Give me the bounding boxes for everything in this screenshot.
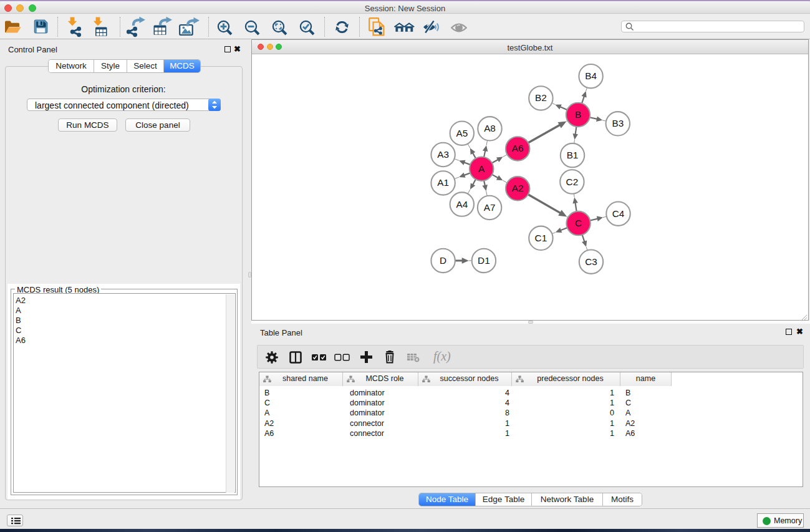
svg-text:C1: C1: [535, 233, 547, 243]
svg-text:A2: A2: [512, 183, 524, 193]
svg-text:C4: C4: [612, 208, 625, 219]
svg-text:A3: A3: [437, 149, 449, 160]
svg-text:B4: B4: [585, 70, 597, 81]
svg-text:C: C: [575, 218, 582, 228]
svg-text:D: D: [440, 255, 446, 266]
svg-text:A7: A7: [484, 202, 496, 213]
svg-text:B3: B3: [612, 118, 624, 128]
svg-text:A6: A6: [512, 143, 524, 153]
svg-text:A8: A8: [484, 123, 496, 133]
svg-text:B: B: [575, 109, 581, 120]
svg-text:A5: A5: [456, 128, 468, 138]
svg-text:C2: C2: [566, 177, 579, 187]
svg-text:B1: B1: [567, 150, 579, 160]
svg-text:A4: A4: [456, 199, 468, 210]
svg-text:C3: C3: [585, 256, 597, 267]
svg-text:B2: B2: [535, 92, 547, 103]
svg-text:A1: A1: [437, 177, 449, 188]
svg-text:D1: D1: [478, 255, 490, 266]
svg-text:A: A: [478, 163, 485, 174]
